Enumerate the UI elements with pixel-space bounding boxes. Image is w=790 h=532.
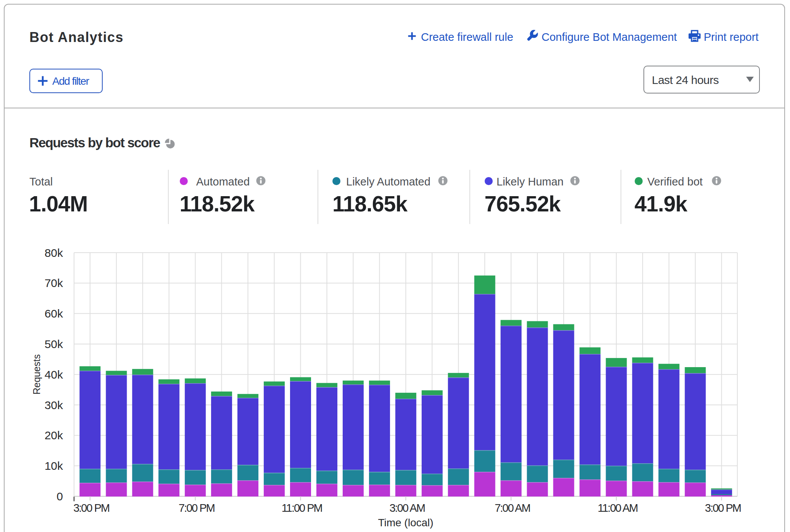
svg-text:60k: 60k [45,307,63,320]
svg-text:40k: 40k [45,368,63,381]
svg-text:10k: 10k [45,459,63,472]
svg-text:7:00 AM: 7:00 AM [495,502,530,514]
svg-text:11:00 PM: 11:00 PM [282,502,322,514]
svg-text:0: 0 [56,490,63,503]
svg-text:3:00 AM: 3:00 AM [389,502,424,514]
svg-text:Time (local): Time (local) [378,517,433,529]
svg-text:3:00 PM: 3:00 PM [73,502,109,514]
svg-text:70k: 70k [45,277,63,289]
svg-text:3:00 PM: 3:00 PM [705,502,741,514]
svg-text:50k: 50k [45,338,63,350]
svg-text:Requests: Requests [31,354,42,395]
svg-text:30k: 30k [45,399,63,411]
svg-text:20k: 20k [45,429,63,442]
svg-text:80k: 80k [45,247,63,259]
svg-text:11:00 AM: 11:00 AM [598,502,637,514]
svg-text:7:00 PM: 7:00 PM [179,502,214,514]
